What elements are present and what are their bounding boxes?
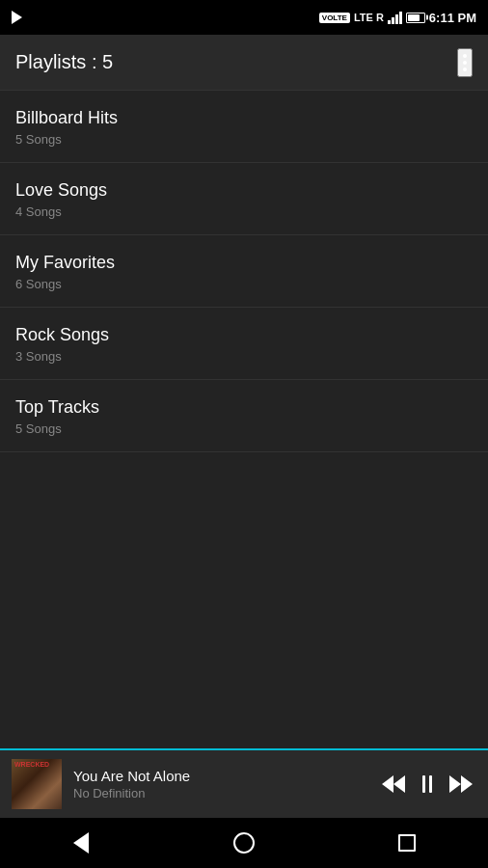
playlist-item[interactable]: Rock Songs 3 Songs <box>0 308 488 380</box>
playlist-count: 5 Songs <box>15 132 473 147</box>
rewind-tri-2 <box>393 775 405 793</box>
more-dot-1 <box>463 54 467 58</box>
play-status-icon <box>12 11 22 24</box>
signal-bar-1 <box>388 20 391 24</box>
page-title: Playlists : 5 <box>15 51 113 73</box>
playlist-name: Billboard Hits <box>15 108 473 128</box>
more-dot-3 <box>463 68 467 71</box>
battery-fill <box>408 14 420 21</box>
home-icon <box>233 832 255 854</box>
song-title: You Are Not Alone <box>73 768 366 784</box>
playlist-name: Rock Songs <box>15 325 473 345</box>
more-options-button[interactable] <box>457 48 473 77</box>
playlist-count: 3 Songs <box>15 349 473 364</box>
playlist-name: My Favorites <box>15 253 473 273</box>
nav-recents-button[interactable] <box>383 824 431 862</box>
album-art-inner: WRECKED <box>12 759 62 809</box>
album-text: WRECKED <box>14 761 49 769</box>
pause-icon <box>422 775 432 793</box>
playlist-item[interactable]: Billboard Hits 5 Songs <box>0 91 488 163</box>
back-icon <box>73 832 89 854</box>
playlist-name: Love Songs <box>15 180 473 201</box>
playlist-count: 4 Songs <box>15 204 473 219</box>
playlist-item[interactable]: Love Songs 4 Songs <box>0 163 488 235</box>
album-art: WRECKED <box>12 759 62 809</box>
lte-text: LTE R <box>354 12 384 23</box>
playlist-count: 6 Songs <box>15 277 473 291</box>
playlist-item[interactable]: My Favorites 6 Songs <box>0 235 488 308</box>
rewind-button[interactable] <box>378 772 409 797</box>
nav-back-button[interactable] <box>57 824 105 862</box>
forward-icon <box>449 775 473 793</box>
playlist-list: Billboard Hits 5 Songs Love Songs 4 Song… <box>0 91 488 748</box>
forward-button[interactable] <box>446 772 476 797</box>
playlist-name: Top Tracks <box>15 397 473 418</box>
playlist-item[interactable]: Top Tracks 5 Songs <box>0 380 488 452</box>
status-bar: VOLTE LTE R 6:11 PM <box>0 0 488 35</box>
song-artist: No Definition <box>73 786 366 800</box>
more-dot-2 <box>463 61 467 65</box>
now-playing-bar: WRECKED You Are Not Alone No Definition <box>0 748 488 818</box>
pause-button[interactable] <box>419 772 436 797</box>
signal-bar-4 <box>399 12 402 24</box>
signal-bar-2 <box>392 17 394 24</box>
forward-tri-2 <box>461 775 473 793</box>
volte-badge: VOLTE <box>319 13 350 23</box>
battery-icon <box>406 13 425 23</box>
pause-bar-1 <box>422 775 425 793</box>
nav-bar <box>0 818 488 868</box>
app-bar: Playlists : 5 <box>0 35 488 91</box>
status-time: 6:11 PM <box>429 11 476 25</box>
status-left <box>12 11 22 24</box>
forward-tri-1 <box>449 775 461 793</box>
playback-controls <box>378 772 476 797</box>
pause-bar-2 <box>429 775 432 793</box>
rewind-icon <box>382 775 405 793</box>
recents-icon <box>398 834 416 852</box>
rewind-tri-1 <box>382 775 393 793</box>
playlist-count: 5 Songs <box>15 421 473 436</box>
signal-bar-3 <box>395 14 398 24</box>
song-info: You Are Not Alone No Definition <box>73 768 366 800</box>
nav-home-button[interactable] <box>220 824 268 862</box>
status-right: VOLTE LTE R 6:11 PM <box>319 11 476 25</box>
signal-icon <box>388 11 402 24</box>
